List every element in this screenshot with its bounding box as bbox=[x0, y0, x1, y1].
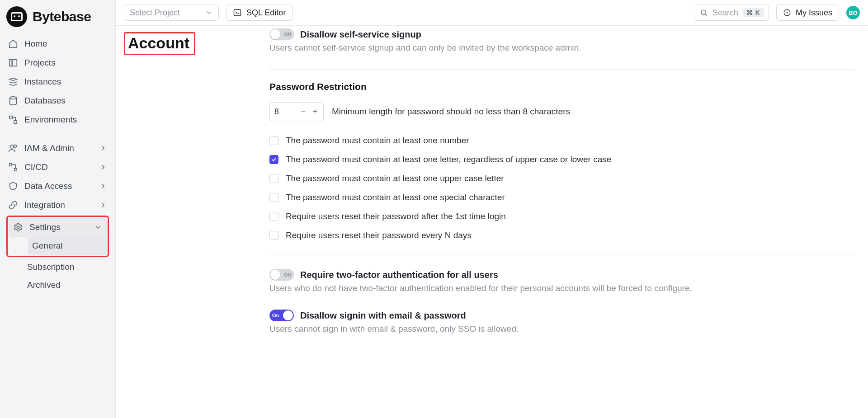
password-check-row: Require users reset their password every… bbox=[269, 226, 854, 245]
password-check-row: The password must contain at least one l… bbox=[269, 150, 854, 169]
chevron-right-icon bbox=[99, 201, 107, 209]
checkbox-label: The password must contain at least one n… bbox=[286, 136, 469, 146]
nav-primary: Home Projects Instances Databases Enviro… bbox=[0, 32, 115, 297]
cicd-icon bbox=[8, 162, 18, 172]
password-checks: The password must contain at least one n… bbox=[269, 131, 854, 245]
svg-point-5 bbox=[10, 145, 14, 148]
stepper: − + bbox=[300, 108, 319, 115]
setting-title: Disallow self-service signup bbox=[300, 29, 421, 40]
toggle-knob bbox=[283, 310, 293, 320]
issue-icon bbox=[783, 9, 791, 17]
sidebar-item-databases[interactable]: Databases bbox=[4, 91, 112, 110]
instances-icon bbox=[8, 77, 18, 87]
checkbox-label: Require users reset their password after… bbox=[286, 211, 506, 221]
checkbox[interactable] bbox=[269, 155, 278, 164]
checkbox[interactable] bbox=[269, 212, 278, 221]
avatar[interactable]: BO bbox=[846, 6, 860, 19]
min-length-value: 8 bbox=[274, 107, 279, 117]
checkbox-label: The password must contain at least one l… bbox=[286, 155, 611, 164]
checkbox[interactable] bbox=[269, 136, 278, 145]
toggle-label: Off bbox=[284, 32, 291, 37]
main: Select Project SQL Editor Search ⌘ K My … bbox=[116, 0, 868, 418]
setting-disallow-signup: Off Disallow self-service signup Users c… bbox=[269, 26, 854, 60]
checkbox-label: Require users reset their password every… bbox=[286, 230, 472, 240]
settings-subnav-rest: Subscription Archived bbox=[4, 258, 112, 294]
setting-require-2fa: Off Require two-factor authentication fo… bbox=[269, 266, 854, 301]
annotation-highlight-title: Account bbox=[124, 32, 195, 55]
sidebar-item-projects[interactable]: Projects bbox=[4, 53, 112, 72]
sidebar-subitem-subscription[interactable]: Subscription bbox=[23, 258, 112, 276]
project-selector[interactable]: Select Project bbox=[124, 5, 219, 21]
my-issues-button[interactable]: My Issues bbox=[776, 5, 839, 21]
password-check-row: The password must contain at least one s… bbox=[269, 188, 854, 207]
checkbox[interactable] bbox=[269, 231, 278, 240]
sidebar-item-label: Data Access bbox=[24, 181, 72, 191]
nav-divider bbox=[9, 134, 106, 134]
search-placeholder: Search bbox=[712, 8, 738, 18]
sidebar-item-data-access[interactable]: Data Access bbox=[4, 177, 112, 196]
chevron-down-icon bbox=[205, 9, 213, 17]
svg-point-9 bbox=[17, 226, 19, 229]
password-check-row: The password must contain at least one n… bbox=[269, 131, 854, 150]
toggle-require-2fa[interactable]: Off bbox=[269, 269, 294, 281]
sidebar-item-label: Integration bbox=[24, 200, 65, 210]
divider bbox=[269, 69, 854, 70]
sidebar-item-label: Databases bbox=[24, 96, 66, 106]
content: Account Off Disallow self-service signup… bbox=[116, 26, 868, 418]
page-title: Account bbox=[128, 34, 189, 52]
sql-editor-button[interactable]: SQL Editor bbox=[226, 5, 292, 21]
svg-point-6 bbox=[14, 145, 17, 148]
content-left: Account bbox=[116, 26, 269, 418]
annotation-highlight-settings: Settings General bbox=[6, 216, 109, 257]
increment-button[interactable]: + bbox=[311, 108, 319, 115]
sidebar-item-settings[interactable]: Settings bbox=[9, 218, 107, 237]
sidebar-item-label: Environments bbox=[24, 115, 77, 125]
logo-icon bbox=[6, 6, 27, 27]
sidebar-item-home[interactable]: Home bbox=[4, 34, 112, 53]
svg-rect-1 bbox=[13, 60, 17, 66]
logo[interactable]: Bytebase bbox=[0, 0, 115, 32]
svg-rect-0 bbox=[9, 60, 12, 66]
divider bbox=[269, 254, 854, 254]
chevron-down-icon bbox=[94, 223, 102, 231]
min-length-input[interactable]: 8 − + bbox=[269, 102, 324, 121]
setting-desc: Users cannot self-service signup and can… bbox=[269, 43, 854, 53]
checkbox[interactable] bbox=[269, 193, 278, 202]
toggle-disallow-signup[interactable]: Off bbox=[269, 28, 294, 40]
sidebar-item-label: IAM & Admin bbox=[24, 143, 74, 153]
chevron-right-icon bbox=[99, 144, 107, 152]
password-section-title: Password Restriction bbox=[269, 81, 854, 92]
sidebar-subitem-general[interactable]: General bbox=[28, 237, 107, 255]
svg-rect-7 bbox=[9, 164, 12, 166]
chevron-right-icon bbox=[99, 163, 107, 171]
sidebar-item-cicd[interactable]: CI/CD bbox=[4, 158, 112, 177]
users-icon bbox=[8, 143, 18, 153]
topbar: Select Project SQL Editor Search ⌘ K My … bbox=[116, 0, 868, 26]
sidebar-item-instances[interactable]: Instances bbox=[4, 72, 112, 91]
gear-icon bbox=[13, 222, 23, 232]
sidebar-item-label: Projects bbox=[24, 58, 56, 68]
sidebar-item-label: Instances bbox=[24, 77, 61, 87]
decrement-button[interactable]: − bbox=[300, 108, 307, 115]
projects-icon bbox=[8, 58, 18, 68]
setting-desc: Users who do not have two-factor authent… bbox=[269, 283, 854, 293]
password-check-row: The password must contain at least one u… bbox=[269, 169, 854, 188]
environments-icon bbox=[8, 115, 18, 125]
setting-disallow-signin: On Disallow signin with email & password… bbox=[269, 307, 854, 341]
search-box[interactable]: Search ⌘ K bbox=[695, 5, 769, 21]
database-icon bbox=[8, 96, 18, 106]
toggle-disallow-signin[interactable]: On bbox=[269, 310, 294, 321]
chevron-right-icon bbox=[99, 182, 107, 190]
sql-editor-label: SQL Editor bbox=[246, 8, 286, 18]
checkbox[interactable] bbox=[269, 174, 278, 183]
sidebar-item-label: Settings bbox=[29, 222, 61, 232]
setting-desc: Users cannot sign in with email & passwo… bbox=[269, 324, 854, 334]
sidebar-item-environments[interactable]: Environments bbox=[4, 110, 112, 129]
toggle-label: Off bbox=[284, 272, 291, 277]
project-selector-label: Select Project bbox=[130, 8, 180, 18]
search-icon bbox=[700, 9, 708, 17]
sidebar-item-label: Home bbox=[24, 39, 47, 49]
sidebar-subitem-archived[interactable]: Archived bbox=[23, 276, 112, 294]
sidebar-item-integration[interactable]: Integration bbox=[4, 196, 112, 215]
sidebar-item-iam-admin[interactable]: IAM & Admin bbox=[4, 139, 112, 158]
